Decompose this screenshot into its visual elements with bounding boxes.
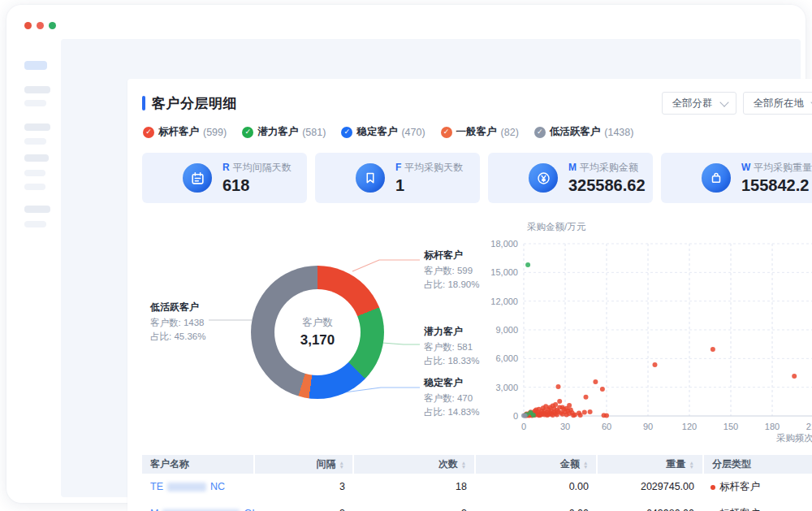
column-header-label: 金额 [560, 455, 580, 474]
callout-count: 客户数: 1438 [150, 316, 205, 330]
table-row[interactable]: TENC3180.002029745.00标杆客户 [142, 474, 812, 500]
sidebar-skeleton-bar [24, 138, 46, 145]
customer-name-link[interactable]: TENC [150, 481, 225, 492]
svg-text:60: 60 [602, 422, 611, 431]
table-row[interactable]: MGIS330.00643980.00标杆客户 [142, 500, 812, 511]
stat-card: R平均间隔天数618 [142, 153, 307, 203]
callout-pct: 占比: 18.90% [424, 278, 479, 292]
scatter-chart: 030609012015018021003,0006,0009,00012,00… [491, 217, 812, 448]
yen-icon [529, 163, 558, 193]
metric-letter: F [395, 162, 401, 173]
sidebar-skeleton-bar [24, 154, 49, 162]
check-circle-icon: ✓ [441, 127, 452, 138]
sidebar-skeleton-bar [24, 221, 46, 227]
legend-item[interactable]: ✓一般客户(82) [441, 125, 519, 139]
column-header-重量[interactable]: 重量▲▼ [598, 455, 702, 474]
stat-card-label: F平均采购天数 [395, 161, 463, 175]
sidebar-skeleton-bar [24, 123, 50, 131]
check-circle-icon: ✓ [143, 127, 154, 138]
table-cell-间隔: 3 [255, 500, 353, 511]
legend-item[interactable]: ✓潜力客户(581) [242, 125, 326, 139]
table-cell-重量: 643980.00 [597, 500, 702, 511]
legend-item[interactable]: ✓标杆客户(599) [143, 125, 227, 139]
donut-center-value: 3,170 [300, 332, 335, 349]
calendar-icon [183, 163, 212, 193]
sort-icon[interactable]: ▲▼ [339, 461, 344, 469]
svg-text:18,000: 18,000 [491, 239, 518, 249]
legend-item-label: 低活跃客户 [550, 125, 601, 139]
customer-name-link[interactable]: MGIS [150, 508, 255, 511]
donut-callout-潜力客户: 潜力客户客户数: 581占比: 18.33% [424, 325, 479, 368]
callout-name: 稳定客户 [424, 376, 479, 390]
callout-name: 低活跃客户 [150, 301, 205, 314]
table-cell-间隔: 3 [255, 474, 353, 500]
table-header-row: 客户名称间隔▲▼次数▲▼金额▲▼重量▲▼分层类型 [142, 455, 812, 474]
column-header-label: 重量 [666, 455, 685, 474]
legend-item-label: 稳定客户 [356, 125, 397, 139]
sidebar-skeleton-bar [24, 61, 47, 70]
column-header-分层类型: 分层类型 [704, 455, 812, 474]
title-accent-bar [142, 96, 145, 110]
metric-letter: R [222, 162, 230, 173]
screen: 客户分层明细 全部分群全部所在地 ✓标杆客户(599)✓潜力客户(581)✓稳定… [0, 0, 812, 511]
legend-item[interactable]: ✓低活跃客户(1438) [534, 125, 634, 139]
callout-pct: 占比: 45.36% [150, 330, 205, 344]
legend-item-label: 一般客户 [456, 125, 497, 139]
filter-select-1[interactable]: 全部所在地 [743, 92, 812, 115]
type-dot-icon [710, 485, 715, 490]
sidebar-skeleton-bar [24, 86, 50, 93]
table-cell-客户名称[interactable]: MGIS [142, 500, 255, 511]
stat-card: W平均采购重量155842.2 [661, 153, 812, 203]
bookmark-icon [356, 163, 385, 193]
svg-text:15,000: 15,000 [491, 267, 518, 277]
check-circle-icon: ✓ [341, 127, 352, 138]
filter-select-label: 全部所在地 [754, 97, 805, 110]
page-title: 客户分层明细 [152, 94, 237, 113]
filter-select-0[interactable]: 全部分群 [662, 92, 736, 115]
callout-count: 客户数: 599 [424, 264, 479, 278]
callout-pct: 占比: 18.33% [424, 354, 479, 368]
card-header: 客户分层明细 全部分群全部所在地 [142, 92, 812, 115]
sort-icon[interactable]: ▲▼ [583, 461, 588, 469]
column-header-label: 间隔 [317, 455, 336, 474]
svg-text:90: 90 [643, 422, 653, 431]
app-window: 客户分层明细 全部分群全部所在地 ✓标杆客户(599)✓潜力客户(581)✓稳定… [6, 5, 806, 503]
segment-legend: ✓标杆客户(599)✓潜力客户(581)✓稳定客户(470)✓一般客户(82)✓… [143, 125, 633, 139]
donut-callout-低活跃客户: 低活跃客户客户数: 1438占比: 45.36% [150, 301, 205, 344]
table-cell-客户名称[interactable]: TENC [142, 474, 255, 500]
sidebar-skeleton-bar [24, 184, 45, 190]
svg-text:0: 0 [521, 422, 526, 431]
close-window-icon[interactable] [24, 22, 32, 29]
column-header-次数[interactable]: 次数▲▼ [354, 455, 474, 474]
column-header-金额[interactable]: 金额▲▼ [476, 455, 596, 474]
sort-icon[interactable]: ▲▼ [461, 461, 466, 469]
svg-text:采购频次: 采购频次 [776, 433, 812, 443]
stat-card-label: W平均采购重量 [741, 161, 812, 175]
legend-item-count: (599) [203, 127, 227, 138]
donut-center-label: 客户数 [302, 316, 333, 330]
legend-item-label: 潜力客户 [257, 125, 298, 139]
minimize-window-icon[interactable] [37, 22, 44, 29]
callout-count: 客户数: 581 [424, 340, 479, 354]
customer-table: 客户名称间隔▲▼次数▲▼金额▲▼重量▲▼分层类型TENC3180.0020297… [142, 455, 812, 511]
table-cell-分层类型: 标杆客户 [702, 500, 812, 511]
svg-text:12,000: 12,000 [491, 297, 518, 306]
legend-item-label: 标杆客户 [158, 125, 199, 139]
sidebar-skeleton-bar [24, 100, 46, 106]
window-controls [24, 22, 56, 29]
callout-count: 客户数: 470 [424, 392, 479, 405]
sort-icon[interactable]: ▲▼ [689, 461, 693, 469]
callout-name: 潜力客户 [424, 325, 479, 339]
dashboard-card: 客户分层明细 全部分群全部所在地 ✓标杆客户(599)✓潜力客户(581)✓稳定… [127, 79, 812, 511]
legend-item[interactable]: ✓稳定客户(470) [341, 125, 425, 139]
legend-item-count: (470) [401, 127, 425, 138]
chevron-down-icon [719, 97, 728, 106]
column-header-客户名称: 客户名称 [142, 455, 253, 474]
callout-name: 标杆客户 [424, 249, 479, 262]
table-cell-分层类型: 标杆客户 [702, 474, 812, 500]
filter-select-label: 全部分群 [672, 97, 713, 110]
zoom-window-icon[interactable] [49, 22, 56, 29]
svg-text:180: 180 [765, 422, 780, 431]
stat-card-value: 618 [222, 176, 292, 195]
column-header-间隔[interactable]: 间隔▲▼ [255, 455, 352, 474]
